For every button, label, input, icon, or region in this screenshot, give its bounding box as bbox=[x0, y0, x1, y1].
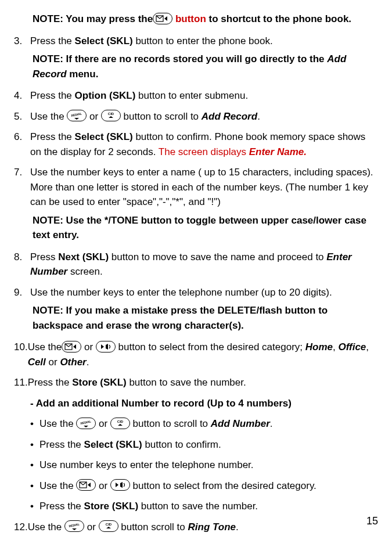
bullet-content: Use the or button to select from the des… bbox=[39, 479, 317, 494]
speaker-right-icon bbox=[96, 341, 116, 352]
envelope-left-icon bbox=[153, 13, 172, 24]
bullet-list: • Use the REDIAL or CID button to scroll… bbox=[30, 416, 375, 514]
italic-text: Other bbox=[60, 357, 86, 368]
text: Press the bbox=[30, 131, 75, 142]
step-3: 3. Press the Select (SKL) button to ente… bbox=[14, 34, 375, 49]
note-delete-flash: NOTE: If you make a mistake press the DE… bbox=[33, 303, 375, 333]
italic-text: Home bbox=[305, 341, 333, 352]
text: NOTE: If there are no records stored you… bbox=[33, 53, 327, 64]
step-content: Use the number keys to enter the telepho… bbox=[30, 285, 375, 300]
text: button to save the number. bbox=[127, 377, 246, 388]
bullet-marker: • bbox=[30, 479, 39, 494]
bullet-marker: • bbox=[30, 458, 39, 473]
text: Press the bbox=[39, 501, 84, 512]
cid-up-icon: CID bbox=[99, 520, 118, 532]
sub-heading-add-number: - Add an additional Number to record (Up… bbox=[30, 396, 375, 411]
step-number: 10. bbox=[14, 340, 28, 369]
step-content: Press the Select (SKL) button to enter t… bbox=[30, 34, 375, 49]
note-text: NOTE: You may press the bbox=[33, 13, 153, 24]
redial-down-icon: REDIAL bbox=[67, 110, 87, 121]
step-6: 6. Press the Select (SKL) button to conf… bbox=[14, 129, 375, 159]
text: or bbox=[96, 418, 110, 429]
bullet-marker: • bbox=[30, 437, 39, 452]
italic-text: Add Record bbox=[202, 111, 257, 122]
step-content: Use the REDIAL or CID button to scroll t… bbox=[30, 109, 375, 124]
bullet-item: • Use the REDIAL or CID button to scroll… bbox=[30, 416, 375, 431]
text: . bbox=[236, 521, 239, 533]
text: button to scroll to bbox=[121, 111, 202, 122]
step-number: 8. bbox=[14, 250, 30, 279]
bold-text: Select (SKL) bbox=[75, 35, 133, 46]
text: or bbox=[96, 480, 110, 491]
step-number: 3. bbox=[14, 34, 30, 49]
italic-text: Cell bbox=[28, 357, 46, 368]
step-content: Use the REDIAL or CID button scroll to R… bbox=[28, 520, 375, 535]
text: . bbox=[87, 357, 89, 368]
envelope-left-icon bbox=[76, 479, 96, 491]
text: Use number keys to enter the telephone n… bbox=[39, 459, 254, 470]
text: or bbox=[46, 357, 60, 368]
italic-text: Ring Tone bbox=[188, 521, 236, 533]
text: Press the bbox=[30, 35, 75, 46]
bullet-content: Press the Select (SKL) button to confirm… bbox=[39, 437, 221, 452]
step-number: 12. bbox=[14, 520, 28, 535]
text: , bbox=[366, 341, 369, 352]
note-tone-toggle: NOTE: Use the */TONE button to toggle be… bbox=[33, 213, 375, 243]
speaker-right-icon bbox=[110, 479, 130, 491]
step-12: 12. Use the REDIAL or CID button scroll … bbox=[14, 520, 375, 535]
bold-text: Option (SKL) bbox=[75, 90, 136, 101]
italic-text: Add Number bbox=[211, 418, 270, 429]
text: Use the bbox=[39, 480, 76, 491]
bold-text: Select (SKL) bbox=[84, 439, 142, 450]
envelope-left-icon bbox=[62, 341, 81, 352]
bold-text: Store (SKL) bbox=[72, 377, 127, 388]
step-number: 6. bbox=[14, 129, 30, 159]
text: . bbox=[270, 418, 273, 429]
bold-text: Select (SKL) bbox=[75, 131, 133, 142]
text: button to enter the phone book. bbox=[133, 35, 273, 46]
instruction-list: 3. Press the Select (SKL) button to ente… bbox=[14, 34, 375, 537]
redial-down-icon: REDIAL bbox=[64, 520, 84, 532]
text: button to confirm. bbox=[142, 439, 221, 450]
cid-up-icon: CID bbox=[110, 418, 130, 429]
step-content: Press Next (SKL) button to move to save … bbox=[30, 250, 375, 279]
step-content: Use the or button to select from the des… bbox=[28, 340, 375, 369]
svg-text:CID: CID bbox=[117, 420, 124, 423]
svg-text:REDIAL: REDIAL bbox=[80, 419, 91, 425]
bullet-marker: • bbox=[30, 416, 39, 431]
text: Use the bbox=[28, 521, 64, 533]
step-11: 11. Press the Store (SKL) button to save… bbox=[14, 375, 375, 390]
bullet-content: Use number keys to enter the telephone n… bbox=[39, 458, 254, 473]
step-10: 10. Use the or button to select from the… bbox=[14, 340, 375, 369]
bullet-content: Use the REDIAL or CID button to scroll t… bbox=[39, 416, 273, 431]
text: button to select from the desired catego… bbox=[130, 480, 317, 491]
step-content: Press the Option (SKL) button to enter s… bbox=[30, 88, 375, 103]
bold-text: Next (SKL) bbox=[58, 251, 109, 262]
text: menu. bbox=[67, 69, 99, 80]
svg-text:REDIAL: REDIAL bbox=[71, 111, 82, 117]
step-content: Press the Select (SKL) button to confirm… bbox=[30, 129, 375, 159]
text: Use the bbox=[30, 111, 67, 122]
text: Use the bbox=[28, 341, 62, 352]
text: button scroll to bbox=[118, 521, 188, 533]
bullet-item: • Press the Store (SKL) button to save t… bbox=[30, 499, 375, 514]
italic-text: Enter Name. bbox=[249, 146, 307, 157]
note-shortcut: NOTE: You may press the button to shortc… bbox=[33, 12, 375, 27]
text: button to enter submenu. bbox=[135, 90, 248, 101]
step-4: 4. Press the Option (SKL) button to ente… bbox=[14, 88, 375, 103]
text: button to scroll to bbox=[130, 418, 211, 429]
text: or bbox=[87, 111, 101, 122]
italic-text: Office bbox=[338, 341, 366, 352]
text: button to save the number. bbox=[138, 501, 258, 512]
text: Press the bbox=[39, 439, 84, 450]
text: Use the number keys to enter a name ( up… bbox=[30, 167, 373, 207]
red-text: The screen displays bbox=[159, 146, 249, 157]
page-number: 15 bbox=[366, 513, 378, 529]
step-content: Press the Store (SKL) button to save the… bbox=[28, 375, 375, 390]
note-button-word: button bbox=[172, 13, 206, 24]
note-no-records: NOTE: If there are no records stored you… bbox=[33, 52, 375, 81]
bullet-item: • Use the or button to select from the d… bbox=[30, 479, 375, 494]
step-8: 8. Press Next (SKL) button to move to sa… bbox=[14, 250, 375, 279]
text: button to select from the desired catego… bbox=[116, 341, 305, 352]
text: Press the bbox=[30, 90, 75, 101]
